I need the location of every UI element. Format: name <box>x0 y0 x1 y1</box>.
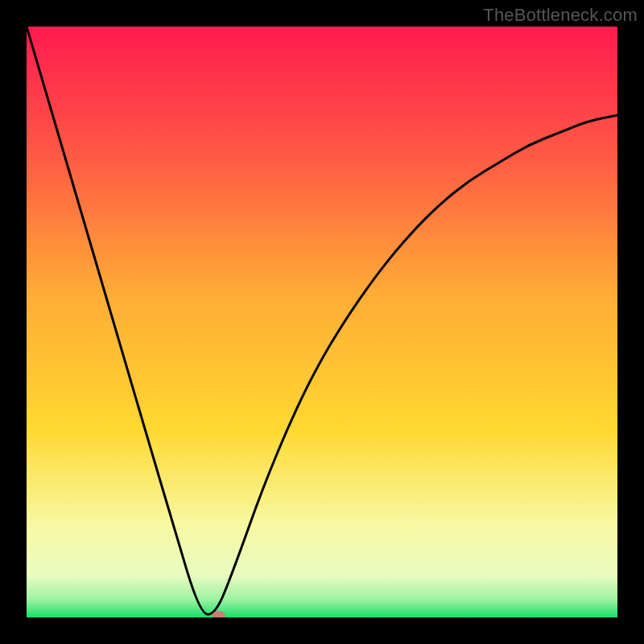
bottleneck-curve <box>27 27 617 617</box>
optimal-point-marker <box>213 611 225 617</box>
watermark-text: TheBottleneck.com <box>483 5 638 26</box>
chart-frame: TheBottleneck.com <box>0 0 644 644</box>
plot-area <box>27 27 617 617</box>
